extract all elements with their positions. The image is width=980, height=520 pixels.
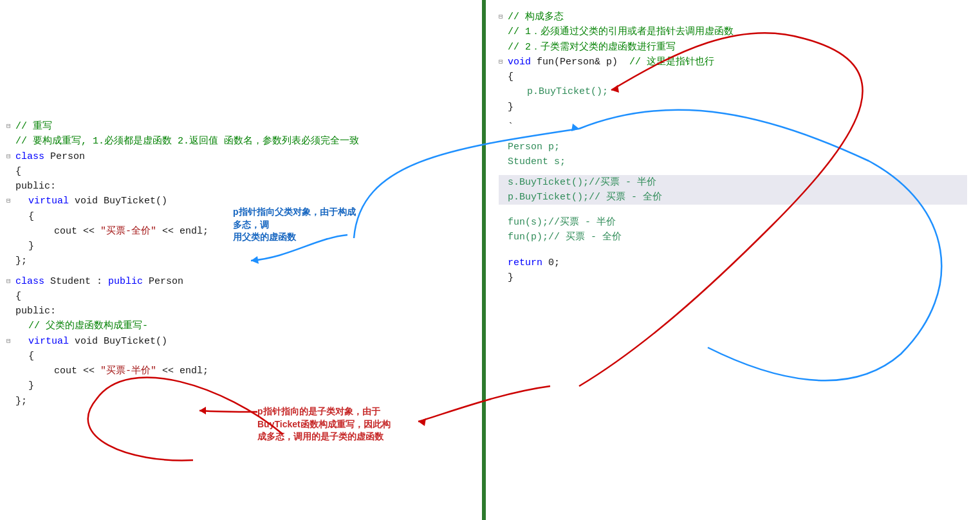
code-line-brace-fun-close: }	[499, 100, 967, 115]
code-text: cout <<	[15, 224, 100, 239]
fun-signature: fun(Person& p)	[537, 55, 629, 70]
fold-icon-empty	[6, 255, 15, 266]
code-text: public:	[15, 304, 56, 319]
code-line-condition1: // 1．必须通过父类的引用或者是指针去调用虚函数	[499, 24, 967, 39]
code-line-rewrite-comment: ⊟ // 重写	[6, 119, 482, 134]
fold-icon-empty	[499, 86, 508, 97]
keyword-public: public	[108, 274, 149, 289]
code-text: fun(p);// 买票 - 全价	[508, 230, 622, 245]
code-text: // 构成多态	[508, 10, 564, 24]
fold-icon-empty	[6, 226, 15, 237]
spacer-r1	[499, 115, 967, 120]
string-halfprice: "买票-半价"	[100, 364, 156, 378]
right-panel: ⊟ // 构成多态 // 1．必须通过父类的引用或者是指针去调用虚函数 // 2…	[486, 0, 980, 520]
fold-icon[interactable]: ⊟	[499, 12, 508, 23]
fold-icon-empty	[499, 272, 508, 283]
spacer1	[6, 269, 482, 274]
right-code-block: ⊟ // 构成多态 // 1．必须通过父类的引用或者是指针去调用虚函数 // 2…	[499, 10, 967, 285]
class-name-student: Student :	[50, 274, 108, 289]
fold-icon-empty	[499, 26, 508, 37]
fold-icon-empty	[6, 211, 15, 222]
code-text: public:	[15, 179, 56, 194]
code-text: << endl;	[156, 224, 208, 239]
code-text: // 1．必须通过父类的引用或者是指针去调用虚函数	[508, 24, 734, 39]
fold-icon-empty	[499, 42, 508, 53]
fold-icon-empty	[499, 257, 508, 268]
code-text: {	[15, 289, 21, 304]
code-line-virtual-buyticket-student: ⊟ virtual void BuyTicket()	[6, 334, 482, 349]
code-line-rewrite-desc: // 要构成重写, 1.必须都是虚函数 2.返回值 函数名，参数列表必须完全一致	[6, 134, 482, 149]
spacer-r3	[499, 170, 967, 175]
code-line-return: return 0;	[499, 255, 967, 270]
code-line-public2: public:	[6, 304, 482, 319]
code-line-public1: public:	[6, 179, 482, 194]
code-text: {	[15, 349, 34, 364]
fold-icon-empty	[499, 177, 508, 188]
fold-icon-empty	[499, 217, 508, 228]
code-line-funp: fun(p);// 买票 - 全价	[499, 230, 967, 245]
spacer-r4	[499, 205, 967, 210]
fold-icon-empty	[6, 396, 15, 407]
code-text: };	[15, 394, 27, 409]
code-line-brace-close4: }	[6, 378, 482, 393]
keyword-class2: class	[15, 274, 50, 289]
code-text: // 重写	[15, 119, 52, 134]
keyword-return: return	[508, 255, 548, 270]
code-text: Person p;	[508, 140, 560, 154]
fold-icon[interactable]: ⊟	[6, 151, 15, 162]
code-line-funs: fun(s);//买票 - 半价	[499, 215, 967, 230]
fold-icon-empty	[6, 241, 15, 252]
fold-icon[interactable]: ⊟	[499, 57, 508, 68]
code-text: s.BuyTicket();//买票 - 半价	[508, 175, 656, 190]
fold-icon-empty	[499, 122, 508, 133]
fold-icon-empty	[6, 136, 15, 147]
keyword-void: void	[508, 55, 537, 70]
fold-icon-empty	[6, 320, 15, 331]
method-buyticket2: void BuyTicket()	[75, 336, 167, 347]
code-line-pbuyticket-call: p.BuyTicket();	[499, 84, 967, 99]
fold-icon-empty	[499, 102, 508, 113]
fold-icon-empty	[499, 192, 508, 203]
annotation-parent-pointer: p指针指向父类对象，由于构成多态，调用父类的虚函数	[233, 206, 362, 244]
code-text: {	[15, 164, 21, 179]
code-text: `	[508, 120, 513, 135]
code-line-backtick: `	[499, 120, 967, 135]
code-line-semicolon1: };	[6, 254, 482, 268]
code-line-fun-decl: ⊟ void fun(Person& p) // 这里是指针也行	[499, 55, 967, 70]
code-line-student-s: Student s;	[499, 154, 967, 169]
code-text: p.BuyTicket();// 买票 - 全价	[508, 190, 662, 205]
code-text: };	[15, 254, 27, 268]
fold-icon-empty	[6, 291, 15, 302]
fold-icon[interactable]: ⊟	[6, 276, 15, 287]
code-text: }	[508, 270, 513, 285]
code-text: // 父类的虚函数构成重写-	[15, 319, 148, 333]
code-line-semicolon2: };	[6, 394, 482, 409]
spacer-r7	[499, 250, 967, 255]
fold-icon[interactable]: ⊟	[6, 121, 15, 132]
fold-icon[interactable]: ⊟	[6, 196, 15, 207]
editor-container: ⊟ // 重写 // 要构成重写, 1.必须都是虚函数 2.返回值 函数名，参数…	[0, 0, 980, 520]
spacer-r6	[499, 245, 967, 250]
code-line-brace-open3: {	[6, 289, 482, 304]
fold-icon-empty	[499, 71, 508, 82]
code-line-override-comment: // 父类的虚函数构成重写-	[6, 319, 482, 333]
fold-icon-empty	[6, 380, 15, 391]
fold-icon[interactable]: ⊟	[6, 336, 15, 347]
fold-icon-empty	[499, 232, 508, 243]
fold-icon-empty	[499, 142, 508, 153]
code-text: }	[508, 100, 513, 115]
keyword-virtual2: virtual	[28, 336, 75, 347]
fold-icon-empty	[6, 181, 15, 192]
code-text: }	[15, 378, 34, 393]
code-text: p.BuyTicket();	[508, 84, 608, 99]
annotation-child-pointer: p指针指向的是子类对象，由于BuyTicket函数构成重写，因此构成多态，调用的…	[257, 405, 391, 443]
code-text: Student s;	[508, 154, 566, 169]
left-panel: ⊟ // 重写 // 要构成重写, 1.必须都是虚函数 2.返回值 函数名，参数…	[0, 0, 486, 520]
left-code-block: ⊟ // 重写 // 要构成重写, 1.必须都是虚函数 2.返回值 函数名，参数…	[6, 119, 482, 409]
code-comment: // 这里是指针也行	[629, 55, 714, 70]
code-line-class-student: ⊟ class Student : public Person	[6, 274, 482, 289]
code-text: // 要构成重写, 1.必须都是虚函数 2.返回值 函数名，参数列表必须完全一致	[15, 134, 359, 149]
fold-icon-empty	[6, 306, 15, 317]
code-line-final-brace: }	[499, 270, 967, 285]
method-buyticket: void BuyTicket()	[75, 196, 167, 207]
